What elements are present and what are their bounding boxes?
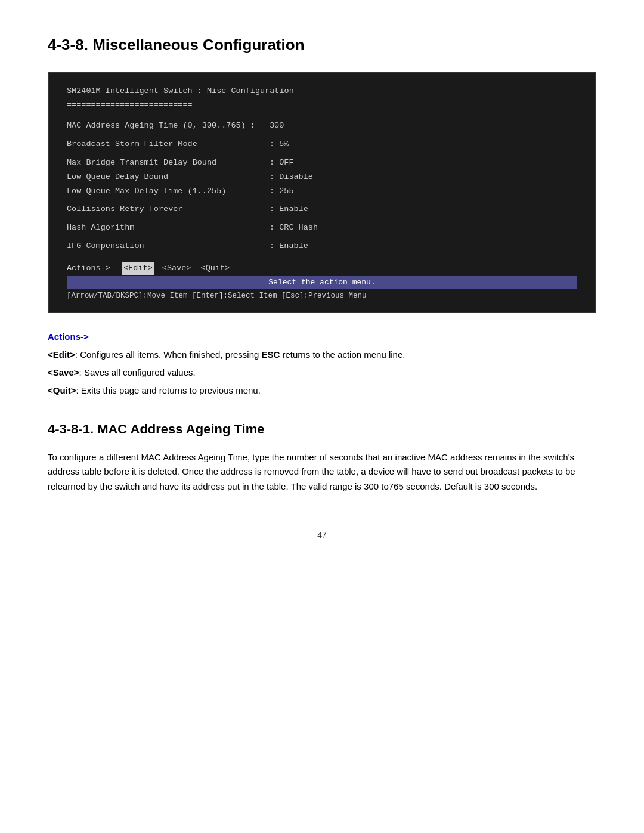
low-queue-delay-value: : Disable xyxy=(270,171,313,184)
ifg-label: IFG Compensation xyxy=(67,240,270,253)
hash-row: Hash Algorithm : CRC Hash xyxy=(67,222,577,234)
edit-description: <Edit>: Configures all items. When finis… xyxy=(48,348,596,362)
save-description: <Save>: Saves all configured values. xyxy=(48,366,596,380)
low-queue-max-label: Low Queue Max Delay Time (1..255) xyxy=(67,185,270,198)
page-title: 4-3-8. Miscellaneous Configuration xyxy=(48,36,596,54)
collisions-value: : Enable xyxy=(270,203,308,216)
mac-ageing-row: MAC Address Ageing Time (0, 300..765) : … xyxy=(67,120,577,132)
terminal-title: SM2401M Intelligent Switch : Misc Config… xyxy=(67,85,577,98)
help-bar: [Arrow/TAB/BKSPC]:Move Item [Enter]:Sele… xyxy=(67,290,577,302)
ifg-row: IFG Compensation : Enable xyxy=(67,240,577,253)
bridge-transmit-label: Max Bridge Transmit Delay Bound xyxy=(67,157,270,169)
page-number: 47 xyxy=(48,530,596,540)
quit-description: <Quit>: Exits this page and returns to p… xyxy=(48,383,596,398)
select-bar: Select the action menu. xyxy=(67,276,577,289)
bridge-queue-group: Max Bridge Transmit Delay Bound : OFF Lo… xyxy=(67,157,577,198)
broadcast-label: Broadcast Storm Filter Mode xyxy=(67,138,270,151)
actions-bar: Actions-> <Edit> <Save> <Quit> xyxy=(67,262,577,275)
save-term: <Save> xyxy=(48,367,79,377)
hash-value: : CRC Hash xyxy=(270,222,318,234)
section-title: 4-3-8-1. MAC Address Ageing Time xyxy=(48,422,596,437)
actions-description: Actions-> <Edit>: Configures all items. … xyxy=(48,330,596,398)
actions-heading: Actions-> xyxy=(48,330,596,344)
mac-ageing-label: MAC Address Ageing Time (0, 300..765) : xyxy=(67,120,270,132)
save-button[interactable]: <Save> xyxy=(156,262,193,275)
mac-body-text: To configure a different MAC Address Age… xyxy=(48,450,596,494)
broadcast-storm-row: Broadcast Storm Filter Mode : 5% xyxy=(67,138,577,151)
edit-button[interactable]: <Edit> xyxy=(122,262,154,275)
quit-button[interactable]: <Quit> xyxy=(194,262,231,275)
terminal-box: SM2401M Intelligent Switch : Misc Config… xyxy=(48,72,596,313)
edit-term: <Edit> xyxy=(48,349,75,360)
actions-label: Actions-> xyxy=(67,262,120,275)
bridge-transmit-value: : OFF xyxy=(270,157,294,169)
mac-ageing-value: 300 xyxy=(270,120,284,132)
collisions-label: Collisions Retry Forever xyxy=(67,203,270,216)
low-queue-delay-label: Low Queue Delay Bound xyxy=(67,171,270,184)
ifg-value: : Enable xyxy=(270,240,308,253)
collisions-row: Collisions Retry Forever : Enable xyxy=(67,203,577,216)
hash-label: Hash Algorithm xyxy=(67,222,270,234)
terminal-underline: ========================== xyxy=(67,99,577,112)
quit-term: <Quit> xyxy=(48,385,76,395)
broadcast-value: : 5% xyxy=(270,138,289,151)
esc-term: ESC xyxy=(262,349,280,360)
low-queue-max-value: : 255 xyxy=(270,185,294,198)
